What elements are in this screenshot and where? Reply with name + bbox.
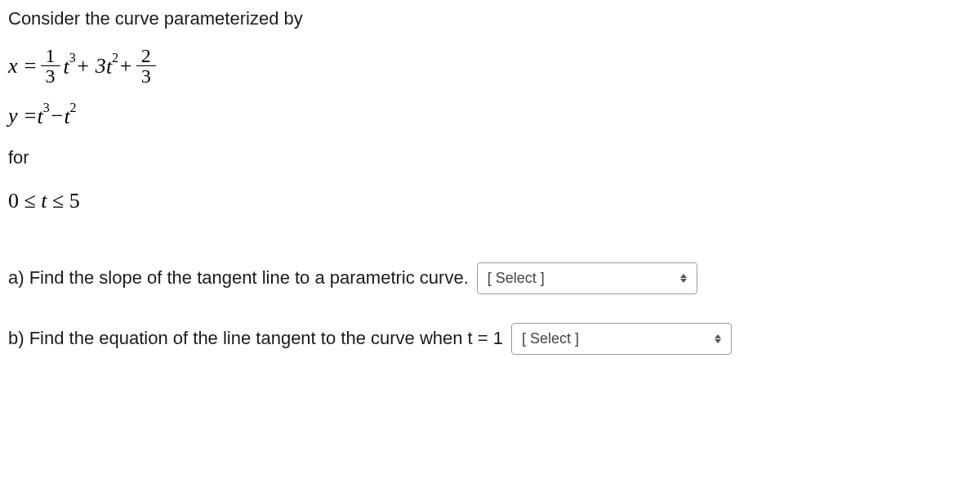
question-a-row: a) Find the slope of the tangent line to…: [8, 262, 972, 294]
fraction-2-3: 2 3: [136, 46, 156, 86]
updown-icon: [715, 334, 721, 343]
t-squared: t2: [106, 55, 118, 78]
t-squared: t2: [64, 104, 76, 129]
select-a-label: [ Select ]: [488, 270, 545, 287]
select-b-label: [ Select ]: [522, 330, 579, 347]
frac-num: 1: [41, 46, 60, 66]
plus: +: [118, 56, 133, 77]
select-a[interactable]: [ Select ]: [477, 262, 697, 294]
frac-num: 2: [136, 46, 156, 66]
equation-x: x = 1 3 t3 + 3 t2 + 2 3: [8, 46, 972, 86]
intro-text: Consider the curve parameterized by: [8, 8, 972, 29]
frac-den: 3: [136, 66, 156, 86]
question-b-row: b) Find the equation of the line tangent…: [8, 323, 972, 355]
fraction-1-3: 1 3: [41, 46, 60, 86]
minus: −: [50, 104, 65, 128]
eq-y-lhs: y =: [8, 104, 38, 128]
t-cubed: t3: [64, 55, 76, 78]
eq-x-lhs: x =: [8, 56, 38, 77]
question-a-text: a) Find the slope of the tangent line to…: [8, 267, 469, 289]
plus-3: + 3: [76, 56, 106, 77]
question-b-text: b) Find the equation of the line tangent…: [8, 328, 503, 349]
updown-icon: [680, 274, 687, 283]
equation-y: y = t3 − t2: [8, 104, 972, 129]
frac-den: 3: [41, 66, 60, 86]
for-label: for: [8, 147, 972, 168]
t-cubed: t3: [38, 104, 50, 129]
select-b[interactable]: [ Select ]: [511, 323, 732, 355]
range-condition: 0 ≤ t ≤ 5: [8, 189, 972, 213]
